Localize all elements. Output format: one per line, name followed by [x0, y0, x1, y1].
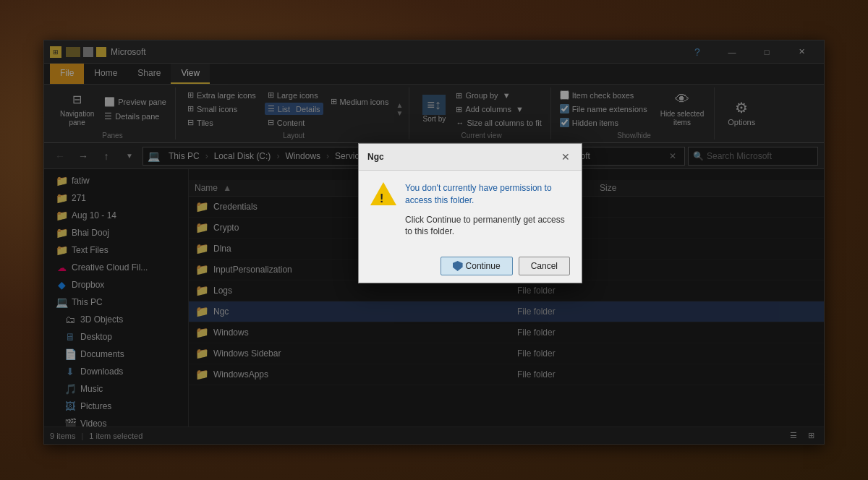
- permission-dialog: Ngc ✕ You don't currently have permissio…: [358, 143, 582, 283]
- dialog-main-text: You don't currently have permission to a…: [405, 182, 570, 207]
- dialog-close-button[interactable]: ✕: [558, 150, 573, 164]
- cancel-button[interactable]: Cancel: [519, 257, 570, 275]
- dialog-title: Ngc: [367, 152, 384, 162]
- warning-triangle: [370, 182, 396, 205]
- dialog-text-area: You don't currently have permission to a…: [405, 182, 570, 238]
- dialog-sub-text: Click Continue to permanently get access…: [405, 214, 570, 239]
- dialog-footer: Continue Cancel: [359, 249, 582, 283]
- shield-icon: [453, 261, 463, 271]
- modal-overlay: Ngc ✕ You don't currently have permissio…: [43, 40, 825, 445]
- continue-button[interactable]: Continue: [441, 257, 513, 275]
- dialog-body: You don't currently have permission to a…: [359, 171, 582, 249]
- dialog-title-bar: Ngc ✕: [359, 144, 582, 171]
- warning-icon: [370, 182, 396, 208]
